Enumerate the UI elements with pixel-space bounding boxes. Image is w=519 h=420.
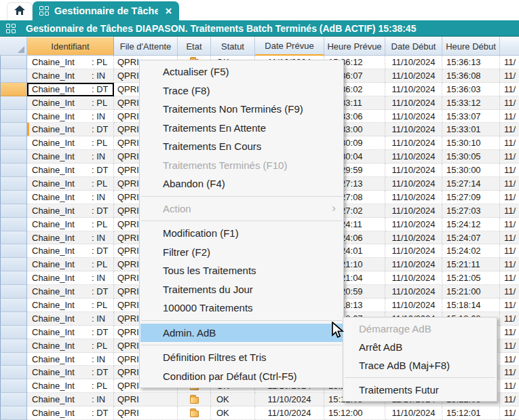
cell-date-prevue[interactable]: 11/10/2024 xyxy=(255,406,324,420)
row-selector[interactable] xyxy=(0,244,27,258)
cell-date-fin[interactable]: 11/ xyxy=(500,258,519,271)
cell-date-debut[interactable]: 11/10/2024 xyxy=(385,204,442,218)
cell-date-fin[interactable]: 11/ xyxy=(500,366,519,379)
menu-item-d-finition-filtres-et-tris[interactable]: Définition Filtres et Tris xyxy=(140,348,343,367)
menu-item-admin-adb[interactable]: Admin. AdB› xyxy=(140,324,343,343)
cell-identifiant[interactable]: Chaine_Int: IN xyxy=(27,150,114,164)
cell-date-fin[interactable]: 11/ xyxy=(500,56,519,69)
cell-heure-debut[interactable]: 15:21:00 xyxy=(442,285,500,299)
row-selector[interactable] xyxy=(0,136,27,150)
cell-date-debut[interactable]: 11/10/2024 xyxy=(385,244,442,258)
cell-date-debut[interactable]: 11/10/2024 xyxy=(385,258,442,271)
submenu-item-arr-t-adb[interactable]: Arrêt AdB xyxy=(344,338,496,356)
row-selector[interactable] xyxy=(0,191,27,204)
row-selector[interactable] xyxy=(0,83,27,96)
cell-identifiant[interactable]: Chaine_Int: PL xyxy=(27,379,114,393)
cell-date-fin[interactable]: 11/ xyxy=(500,339,519,353)
row-selector[interactable] xyxy=(0,150,27,164)
row-selector[interactable] xyxy=(0,379,27,393)
cell-identifiant[interactable]: Chaine_Int: IN xyxy=(27,191,114,204)
cell-etat[interactable] xyxy=(178,393,211,406)
cell-heure-debut[interactable]: 15:21:11 xyxy=(442,258,500,271)
cell-heure-debut[interactable]: 15:30:10 xyxy=(442,136,500,150)
menu-item-traitements-non-termin-s-f9[interactable]: Traitements Non Terminés (F9) xyxy=(140,100,343,119)
cell-date-debut[interactable]: 11/10/2024 xyxy=(385,285,442,299)
cell-date-debut[interactable]: 11/10/2024 xyxy=(385,406,442,420)
row-selector[interactable] xyxy=(0,231,27,245)
cell-date-debut[interactable]: 11/10/2024 xyxy=(385,231,442,245)
cell-heure-debut[interactable]: 15:12:01 xyxy=(442,406,500,420)
cell-file-attente[interactable]: QPRI xyxy=(114,406,178,420)
cell-date-fin[interactable]: 11/ xyxy=(500,69,519,83)
cell-identifiant[interactable]: Chaine_Int: PL xyxy=(27,96,114,110)
column-header-statut[interactable]: Statut xyxy=(211,37,255,56)
cell-heure-debut[interactable]: 15:36:08 xyxy=(442,69,500,83)
column-header-date-pr-vue[interactable]: Date Prévue xyxy=(255,37,324,56)
cell-date-debut[interactable]: 11/10/2024 xyxy=(385,83,442,96)
row-selector[interactable] xyxy=(0,177,27,191)
cell-date-debut[interactable]: 11/10/2024 xyxy=(385,218,442,231)
cell-etat[interactable] xyxy=(178,406,211,420)
cell-date-fin[interactable]: 11/ xyxy=(500,393,519,406)
row-selector[interactable] xyxy=(0,218,27,231)
tab-home[interactable] xyxy=(7,2,33,20)
cell-date-fin[interactable]: 11/ xyxy=(500,177,519,191)
cell-identifiant[interactable]: Chaine_Int: PL xyxy=(27,339,114,353)
cell-date-debut[interactable]: 11/10/2024 xyxy=(385,56,442,69)
cell-identifiant[interactable]: Chaine_Int: IN xyxy=(27,231,114,245)
cell-date-fin[interactable]: 11/ xyxy=(500,164,519,177)
row-selector[interactable] xyxy=(0,69,27,83)
submenu-item-trace-adb-maj-f8[interactable]: Trace AdB (Maj+F8) xyxy=(344,356,496,375)
cell-identifiant[interactable]: Chaine_Int: DT xyxy=(27,406,114,420)
cell-heure-prevue[interactable]: 15:12:00 xyxy=(324,406,385,420)
row-selector[interactable] xyxy=(0,56,27,69)
cell-date-debut[interactable]: 11/10/2024 xyxy=(385,123,442,136)
select-all-corner[interactable] xyxy=(0,37,27,56)
cell-identifiant[interactable]: Chaine_Int: IN xyxy=(27,271,114,285)
cell-heure-debut[interactable]: 15:27:03 xyxy=(442,204,500,218)
row-selector[interactable] xyxy=(0,312,27,326)
cell-identifiant[interactable]: Chaine_Int: DT xyxy=(27,285,114,299)
cell-date-fin[interactable]: 11/ xyxy=(500,353,519,366)
cell-identifiant[interactable]: Chaine_Int: PL xyxy=(27,258,114,271)
cell-date-fin[interactable]: 11/ xyxy=(500,96,519,110)
cell-date-fin[interactable]: 11/ xyxy=(500,123,519,136)
cell-date-fin[interactable]: 11/ xyxy=(500,150,519,164)
column-header-heure-pr-vue[interactable]: Heure Prévue xyxy=(324,37,385,56)
row-selector[interactable] xyxy=(0,110,27,123)
cell-identifiant[interactable]: Chaine_Int: IN xyxy=(27,312,114,326)
cell-date-debut[interactable]: 11/10/2024 xyxy=(385,136,442,150)
cell-date-fin[interactable]: 11/ xyxy=(500,231,519,245)
cell-date-fin[interactable]: 11/ xyxy=(500,191,519,204)
cell-date-fin[interactable]: 11/ xyxy=(500,406,519,420)
cell-heure-debut[interactable]: 15:30:05 xyxy=(442,150,500,164)
cell-heure-debut[interactable]: 15:24:02 xyxy=(442,244,500,258)
cell-statut[interactable]: OK xyxy=(211,393,255,406)
cell-heure-debut[interactable]: 15:36:03 xyxy=(442,83,500,96)
cell-date-fin[interactable]: 11/ xyxy=(500,244,519,258)
cell-identifiant[interactable]: Chaine_Int: PL xyxy=(27,56,114,69)
column-header-heure-d-but[interactable]: Heure Début xyxy=(442,37,500,56)
menu-item-abandon-f4[interactable]: Abandon (F4) xyxy=(140,174,343,193)
tab-gestionnaire-de-taches[interactable]: Gestionnaire de Tâches... ✕ xyxy=(33,1,179,20)
menu-item-traitements-en-cours[interactable]: Traitements En Cours xyxy=(140,137,343,156)
cell-statut[interactable]: OK xyxy=(211,406,255,420)
row-selector[interactable] xyxy=(0,406,27,420)
cell-identifiant[interactable]: Chaine_Int: IN xyxy=(27,353,114,366)
cell-date-fin[interactable]: 11/ xyxy=(500,326,519,339)
row-selector[interactable] xyxy=(0,96,27,110)
cell-date-debut[interactable]: 11/10/2024 xyxy=(385,299,442,312)
cell-heure-debut[interactable]: 15:30:00 xyxy=(442,164,500,177)
menu-item-modification-f1[interactable]: Modification (F1) xyxy=(140,224,343,243)
cell-date-debut[interactable]: 11/10/2024 xyxy=(385,69,442,83)
menu-item-actualiser-f5[interactable]: Actualiser (F5) xyxy=(140,62,343,81)
row-selector[interactable] xyxy=(0,353,27,366)
cell-identifiant[interactable]: Chaine_Int: DT xyxy=(27,326,114,339)
cell-identifiant[interactable]: Chaine_Int: IN xyxy=(27,69,114,83)
close-icon[interactable]: ✕ xyxy=(165,6,172,16)
cell-identifiant[interactable]: Chaine_Int: DT xyxy=(27,204,114,218)
menu-item-condition-par-d-faut-ctrl-f5[interactable]: Condition par Défaut (Ctrl-F5) xyxy=(140,367,343,386)
menu-item-100000-traitements[interactable]: 100000 Traitements xyxy=(140,299,343,318)
cell-identifiant[interactable]: Chaine_Int: DT xyxy=(27,164,114,177)
row-selector[interactable] xyxy=(0,285,27,299)
